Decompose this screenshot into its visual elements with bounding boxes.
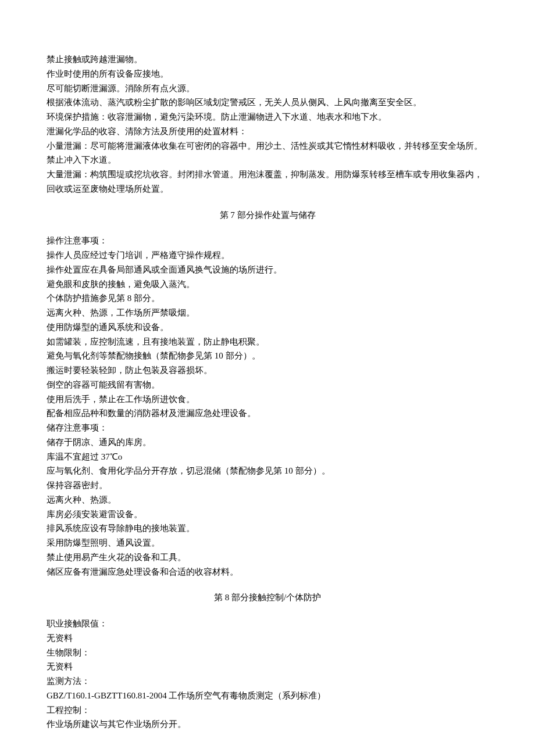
body-text: GBZ/T160.1-GBZTT160.81-2004 工作场所空气有毒物质测定… xyxy=(47,689,488,703)
body-text: 职业接触限值： xyxy=(47,617,488,631)
body-text: 储存注意事项： xyxy=(47,421,488,435)
body-text: 采用防爆型照明、通风设置。 xyxy=(47,536,488,550)
body-text: 倒空的容器可能残留有害物。 xyxy=(47,378,488,392)
body-text: 作业场所建议与其它作业场所分开。 xyxy=(47,717,488,732)
body-text: 个体防护措施参见第 8 部分。 xyxy=(47,291,488,306)
body-text: 应与氧化剂、食用化学品分开存放，切忌混储（禁配物参见第 10 部分）。 xyxy=(47,464,488,478)
body-text: 工程控制： xyxy=(47,703,488,718)
body-text: 使用后洗手，禁止在工作场所进饮食。 xyxy=(47,392,488,407)
body-text: 配备相应品种和数量的消防器材及泄漏应急处理设备。 xyxy=(47,406,488,421)
body-text: 避免眼和皮肤的接触，避免吸入蒸汽。 xyxy=(47,277,488,292)
body-text: 泄漏化学品的收容、清除方法及所使用的处置材料： xyxy=(47,124,488,139)
body-text: 监测方法： xyxy=(47,674,488,689)
body-text: 禁止接触或跨越泄漏物。 xyxy=(47,52,488,67)
body-text: 小量泄漏：尽可能将泄漏液体收集在可密闭的容器中。用沙土、活性炭或其它惰性材料吸收… xyxy=(47,139,488,168)
body-text: 远离火种、热源。 xyxy=(47,493,488,507)
body-text: 如需罐装，应控制流速，且有接地装置，防止静电积聚。 xyxy=(47,335,488,349)
body-text: 尽可能切断泄漏源。消除所有点火源。 xyxy=(47,81,488,96)
body-text: 无资料 xyxy=(47,631,488,646)
body-text: 根据液体流动、蒸汽或粉尘扩散的影响区域划定警戒区，无关人员从侧风、上风向撤离至安… xyxy=(47,95,488,110)
section-7-heading: 第 7 部分操作处置与储存 xyxy=(47,208,488,223)
body-text: 排风系统应设有导除静电的接地装置。 xyxy=(47,521,488,536)
body-text: 生物限制： xyxy=(47,646,488,660)
body-text: 保持容器密封。 xyxy=(47,478,488,493)
body-text: 搬运时要轻装轻卸，防止包装及容器损坏。 xyxy=(47,363,488,378)
body-text: 储存于阴凉、通风的库房。 xyxy=(47,435,488,450)
body-text: 使用防爆型的通风系统和设备。 xyxy=(47,320,488,335)
body-text: 操作人员应经过专门培训，严格遵守操作规程。 xyxy=(47,248,488,263)
body-text: 操作注意事项： xyxy=(47,234,488,248)
body-text: 避免与氧化剂等禁配物接触（禁配物参见第 10 部分）。 xyxy=(47,349,488,363)
section-7-body: 操作注意事项： 操作人员应经过专门培训，严格遵守操作规程。 操作处置应在具备局部… xyxy=(47,234,488,579)
body-text: 远离火种、热源，工作场所严禁吸烟。 xyxy=(47,306,488,320)
body-text: 库房必须安装避雷设备。 xyxy=(47,507,488,522)
section-6-remainder: 禁止接触或跨越泄漏物。 作业时使用的所有设备应接地。 尽可能切断泄漏源。消除所有… xyxy=(47,52,488,196)
body-text: 操作处置应在具备局部通风或全面通风换气设施的场所进行。 xyxy=(47,263,488,277)
body-text: 大量泄漏：构筑围堤或挖坑收容。封闭排水管道。用泡沫覆盖，抑制蒸发。用防爆泵转移至… xyxy=(47,167,488,196)
body-text: 无资料 xyxy=(47,660,488,674)
section-8-body: 职业接触限值： 无资料 生物限制： 无资料 监测方法： GBZ/T160.1-G… xyxy=(47,617,488,732)
body-text: 禁止使用易产生火花的设备和工具。 xyxy=(47,550,488,565)
body-text: 环境保护措施：收容泄漏物，避免污染环境。防止泄漏物进入下水道、地表水和地下水。 xyxy=(47,110,488,124)
body-text: 储区应备有泄漏应急处理设备和合适的收容材料。 xyxy=(47,565,488,579)
section-8-heading: 第 8 部分接触控制/个体防护 xyxy=(47,590,488,605)
body-text: 作业时使用的所有设备应接地。 xyxy=(47,67,488,81)
body-text: 库温不宜超过 37℃o xyxy=(47,450,488,464)
